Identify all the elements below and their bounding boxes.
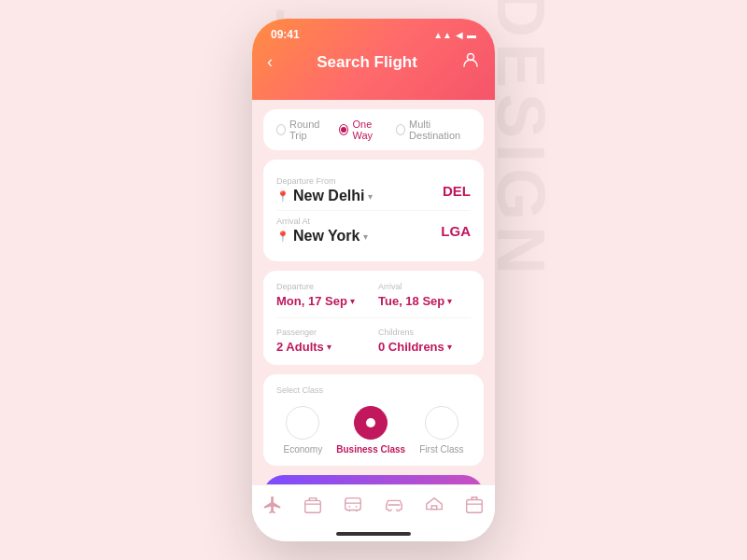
trip-option-oneway[interactable]: One Way	[339, 119, 387, 141]
roundtrip-label: Round Trip	[289, 119, 330, 141]
class-circle-inner-first	[437, 418, 446, 427]
trip-option-roundtrip[interactable]: Round Trip	[276, 119, 330, 141]
nav-stay[interactable]	[424, 495, 444, 515]
departure-date-value: Mon, 17 Sep	[276, 294, 347, 308]
bottom-nav	[252, 484, 495, 528]
radio-multidest	[396, 124, 405, 135]
passenger-chevron: ▾	[327, 342, 331, 352]
class-circle-economy	[286, 406, 319, 440]
passenger-item[interactable]: Passenger 2 Adults ▾	[276, 328, 369, 354]
class-circle-first	[425, 406, 458, 440]
arrival-date-value-row: Tue, 18 Sep ▾	[378, 294, 471, 308]
status-time: 09:41	[271, 28, 300, 41]
status-bar: 09:41 ▲▲ ◀ ▬	[267, 19, 480, 47]
passenger-label: Passenger	[276, 328, 369, 337]
dates-passengers-card: Departure Mon, 17 Sep ▾ Arrival Tue, 18 …	[263, 271, 484, 365]
class-section-label: Select Class	[276, 385, 471, 395]
home-indicator	[336, 532, 411, 536]
page-title: Search Flight	[317, 53, 417, 72]
radio-roundtrip	[276, 124, 286, 135]
oneway-label: One Way	[352, 119, 387, 141]
children-item[interactable]: Childrens 0 Childrens ▾	[378, 328, 471, 354]
departure-date-chevron: ▾	[350, 296, 355, 306]
children-chevron: ▾	[447, 342, 452, 352]
departure-row[interactable]: Departure From 📍 New Delhi ▾ DEL	[276, 171, 471, 210]
search-button[interactable]: Search	[263, 475, 484, 484]
arrival-date-chevron: ▾	[447, 296, 452, 306]
departure-pin-icon: 📍	[276, 190, 289, 203]
business-label: Business Class	[336, 444, 405, 455]
main-content: Round Trip One Way Multi Destination Dep…	[252, 100, 495, 484]
departure-value-row: 📍 New Delhi ▾	[276, 188, 373, 204]
arrival-label: Arrival At	[276, 217, 368, 226]
arrival-left: Arrival At 📍 New York ▾	[276, 217, 368, 245]
arrival-name: New York	[293, 228, 359, 245]
trip-option-multidest[interactable]: Multi Destination	[396, 119, 471, 141]
class-circle-inner-economy	[298, 418, 307, 427]
nav-packages[interactable]	[464, 495, 485, 515]
passenger-row: Passenger 2 Adults ▾ Childrens 0 Childre…	[276, 328, 471, 354]
nav-bar: ‹ Search Flight	[267, 47, 480, 81]
radio-oneway	[339, 124, 348, 135]
header: 09:41 ▲▲ ◀ ▬ ‹ Search Flight	[252, 19, 495, 100]
nav-car[interactable]	[384, 495, 404, 515]
departure-chevron-icon: ▾	[368, 191, 373, 202]
multidest-label: Multi Destination	[409, 119, 471, 141]
back-button[interactable]: ‹	[267, 52, 273, 72]
dates-row: Departure Mon, 17 Sep ▾ Arrival Tue, 18 …	[276, 282, 471, 308]
departure-date-item[interactable]: Departure Mon, 17 Sep ▾	[276, 282, 369, 308]
locations-card: Departure From 📍 New Delhi ▾ DEL Arrival…	[263, 160, 484, 261]
arrival-chevron-icon: ▾	[363, 231, 368, 242]
departure-label: Departure From	[276, 176, 373, 186]
arrival-pin-icon: 📍	[276, 231, 289, 243]
departure-name: New Delhi	[293, 188, 364, 204]
arrival-code: LGA	[441, 223, 471, 239]
class-options: Economy Business Class First Class	[276, 406, 471, 455]
battery-icon: ▬	[467, 30, 476, 40]
svg-rect-1	[305, 500, 321, 512]
user-icon[interactable]	[461, 50, 480, 74]
dates-divider	[276, 317, 471, 318]
first-class-label: First Class	[419, 444, 463, 455]
class-circle-business	[354, 406, 388, 440]
trip-type-card: Round Trip One Way Multi Destination	[263, 109, 484, 150]
children-value: 0 Childrens	[378, 340, 444, 354]
wifi-icon: ◀	[456, 30, 463, 40]
passenger-value-row: 2 Adults ▾	[276, 340, 369, 354]
departure-date-value-row: Mon, 17 Sep ▾	[276, 294, 369, 308]
svg-rect-4	[467, 500, 483, 513]
status-icons: ▲▲ ◀ ▬	[433, 30, 476, 40]
arrival-value-row: 📍 New York ▾	[276, 228, 368, 245]
class-option-economy[interactable]: Economy	[284, 406, 323, 455]
svg-rect-2	[345, 498, 361, 511]
phone-frame: 09:41 ▲▲ ◀ ▬ ‹ Search Flight	[252, 19, 495, 541]
nav-bus[interactable]	[343, 495, 363, 515]
trip-types: Round Trip One Way Multi Destination	[276, 119, 471, 141]
signal-icon: ▲▲	[433, 30, 452, 40]
class-card: Select Class Economy Business Class	[263, 374, 484, 466]
arrival-date-value: Tue, 18 Sep	[378, 294, 444, 308]
class-circle-inner-business	[366, 418, 375, 427]
passenger-value: 2 Adults	[276, 340, 324, 354]
arrival-row[interactable]: Arrival At 📍 New York ▾ LGA	[276, 210, 471, 250]
nav-flights[interactable]	[262, 495, 283, 515]
arrival-date-label: Arrival	[378, 282, 471, 291]
children-value-row: 0 Childrens ▾	[378, 340, 471, 354]
departure-date-label: Departure	[276, 282, 369, 291]
class-option-first[interactable]: First Class	[419, 406, 463, 455]
nav-hotels[interactable]	[303, 495, 323, 515]
class-option-business[interactable]: Business Class	[336, 406, 405, 455]
svg-rect-3	[431, 506, 437, 510]
arrival-date-item[interactable]: Arrival Tue, 18 Sep ▾	[378, 282, 471, 308]
economy-label: Economy	[284, 444, 323, 455]
departure-left: Departure From 📍 New Delhi ▾	[276, 176, 373, 204]
children-label: Childrens	[378, 328, 471, 337]
departure-code: DEL	[443, 183, 471, 199]
